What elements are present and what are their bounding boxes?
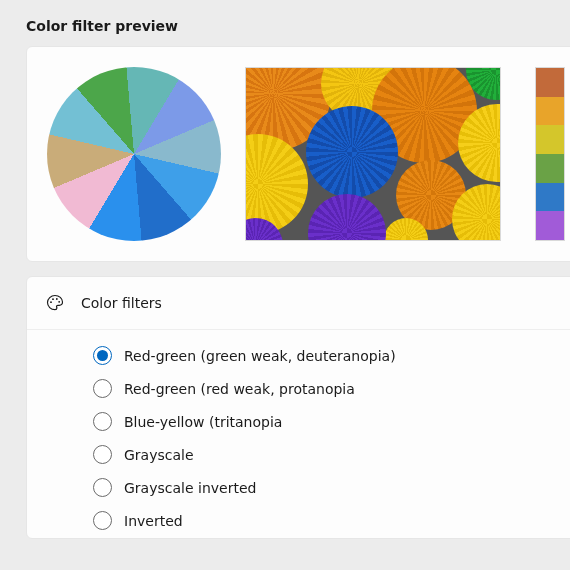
svg-point-2 (56, 298, 58, 300)
panel-header[interactable]: Color filters (27, 277, 570, 330)
filter-option[interactable]: Blue-yellow (tritanopia (93, 412, 570, 431)
filter-option[interactable]: Red-green (red weak, protanopia (93, 379, 570, 398)
radio-icon (93, 511, 112, 530)
palette-icon (45, 293, 65, 313)
radio-icon (93, 346, 112, 365)
strip-swatch (536, 154, 564, 183)
filter-options: Red-green (green weak, deuteranopia)Red-… (27, 330, 570, 538)
radio-icon (93, 379, 112, 398)
filter-option[interactable]: Grayscale (93, 445, 570, 464)
strip-swatch (536, 125, 564, 154)
filter-option[interactable]: Inverted (93, 511, 570, 530)
filter-label: Grayscale (124, 447, 194, 463)
sample-image-preview (245, 67, 501, 241)
svg-point-1 (52, 298, 54, 300)
filter-label: Blue-yellow (tritanopia (124, 414, 282, 430)
filter-label: Red-green (red weak, protanopia (124, 381, 355, 397)
strip-swatch (536, 211, 564, 240)
filter-option[interactable]: Grayscale inverted (93, 478, 570, 497)
svg-point-0 (50, 301, 52, 303)
color-strip-preview (535, 67, 565, 241)
strip-swatch (536, 68, 564, 97)
pie-chart-preview (47, 67, 221, 241)
panel-title: Color filters (81, 295, 162, 311)
preview-title: Color filter preview (26, 18, 570, 34)
filter-label: Red-green (green weak, deuteranopia) (124, 348, 396, 364)
strip-swatch (536, 97, 564, 126)
color-filters-panel: Color filters Red-green (green weak, deu… (26, 276, 570, 539)
filter-label: Grayscale inverted (124, 480, 256, 496)
filter-option[interactable]: Red-green (green weak, deuteranopia) (93, 346, 570, 365)
radio-icon (93, 478, 112, 497)
svg-point-3 (58, 301, 60, 303)
preview-card (26, 46, 570, 262)
radio-icon (93, 412, 112, 431)
strip-swatch (536, 183, 564, 212)
filter-label: Inverted (124, 513, 183, 529)
radio-icon (93, 445, 112, 464)
